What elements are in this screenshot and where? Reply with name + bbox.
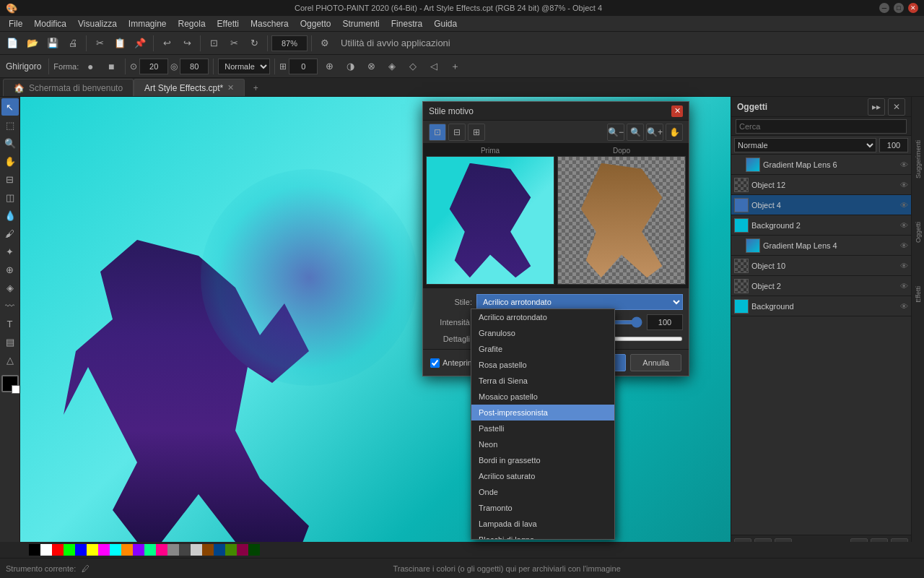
color-chip[interactable]	[87, 544, 98, 556]
settings-button[interactable]: ⚙	[315, 34, 334, 53]
dropdown-item[interactable]: Granuloso	[471, 325, 614, 341]
layer-row[interactable]: Background 2👁	[731, 215, 911, 236]
smear-button[interactable]: ⊕	[320, 57, 339, 76]
strip-suggestions[interactable]: Suggerimenti	[915, 140, 922, 178]
eyedropper-tool[interactable]: 💧	[1, 207, 19, 224]
visibility-icon[interactable]: 👁	[900, 302, 908, 311]
new-button[interactable]: 📄	[3, 34, 22, 53]
dropdown-item[interactable]: Pastelli	[471, 420, 614, 436]
pan-tool[interactable]: ✋	[1, 152, 19, 170]
color-chip[interactable]	[191, 544, 202, 556]
menu-item-file[interactable]: File	[3, 17, 28, 30]
maximize-button[interactable]: □	[894, 3, 904, 13]
shape-tool[interactable]: △	[1, 351, 19, 368]
dropdown-item[interactable]: Rosa pastello	[471, 357, 614, 373]
retouch-tool[interactable]: ◈	[1, 279, 19, 296]
dropdown-item[interactable]: Terra di Siena	[471, 373, 614, 389]
style-select[interactable]: Acrilico arrotondato	[476, 294, 683, 310]
zoom-fit-button[interactable]: 🔍	[627, 124, 644, 141]
layer-row[interactable]: Gradient Map Lens 6👁	[731, 155, 911, 175]
color-chip[interactable]	[225, 544, 237, 556]
color-chip[interactable]	[179, 544, 191, 556]
tab-close-icon[interactable]: ✕	[227, 83, 234, 92]
crop-button[interactable]: ✂	[225, 34, 243, 53]
layer-row[interactable]: Object 10👁	[731, 256, 911, 276]
brush-size2-input[interactable]: 80	[180, 59, 209, 74]
visibility-icon[interactable]: 👁	[900, 160, 908, 169]
strip-objects[interactable]: Oggetti	[915, 222, 922, 243]
undo-button[interactable]: ↩	[157, 34, 176, 53]
color-chip[interactable]	[121, 544, 133, 556]
menu-item-maschera[interactable]: Maschera	[245, 17, 295, 30]
layer-blend-select[interactable]: Normale	[734, 138, 876, 152]
menu-item-effetti[interactable]: Effetti	[212, 17, 245, 30]
color-chip[interactable]	[98, 544, 110, 556]
redo-button[interactable]: ↪	[178, 34, 196, 53]
tab-art-style[interactable]: Art Style Effects.cpt* ✕	[134, 79, 245, 96]
close-button[interactable]: ✕	[908, 3, 918, 13]
opacity-input[interactable]: 0	[289, 59, 318, 74]
intensity-number[interactable]: 100	[647, 314, 683, 330]
color-chip[interactable]	[75, 544, 87, 556]
tab-welcome[interactable]: 🏠 Schermata di benvenuto	[3, 79, 134, 96]
text-tool[interactable]: T	[1, 315, 19, 332]
brush-option4[interactable]: ◁	[424, 57, 443, 76]
color-chip[interactable]	[248, 544, 260, 556]
clone-tool[interactable]: ⊕	[1, 261, 19, 278]
menu-item-finestra[interactable]: Finestra	[385, 17, 428, 30]
shape-square-button[interactable]: ■	[102, 57, 121, 76]
print-button[interactable]: 🖨	[64, 34, 82, 53]
color-chip[interactable]	[237, 544, 248, 556]
select-tool[interactable]: ↖	[1, 98, 19, 116]
cancel-button[interactable]: Annulla	[630, 354, 681, 371]
visibility-icon[interactable]: 👁	[900, 221, 908, 230]
add-btn[interactable]: ＋	[445, 57, 464, 76]
menu-item-regola[interactable]: Regola	[173, 17, 212, 30]
dropdown-item[interactable]: Grafite	[471, 341, 614, 357]
dropdown-item[interactable]: Neon	[471, 436, 614, 452]
brush-option1[interactable]: ⊗	[362, 57, 380, 76]
paste-button[interactable]: 📌	[131, 34, 149, 53]
blend-mode-select[interactable]: Normale	[218, 59, 270, 74]
dropdown-item[interactable]: Tramonto	[471, 500, 614, 516]
panel-expand-button[interactable]: ▸▸	[868, 98, 885, 116]
dropdown-item[interactable]: Blocchi di legno	[471, 532, 614, 540]
copy-button[interactable]: 📋	[110, 34, 129, 53]
menu-item-modifica[interactable]: Modifica	[28, 17, 72, 30]
zoom-tool[interactable]: 🔍	[1, 134, 19, 152]
visibility-icon[interactable]: 👁	[900, 282, 908, 290]
zoom-out-button[interactable]: 🔍−	[607, 124, 624, 141]
rotate-button[interactable]: ↻	[245, 34, 263, 53]
view-mode-1-button[interactable]: ⊡	[429, 124, 446, 141]
tab-add-button[interactable]: +	[248, 80, 263, 96]
layer-opacity-input[interactable]: 100	[879, 138, 908, 152]
view-mode-2-button[interactable]: ⊟	[448, 124, 466, 141]
color-chip[interactable]	[156, 544, 167, 556]
brush-option2[interactable]: ◈	[383, 57, 401, 76]
zoom-input[interactable]: 87%	[271, 35, 308, 51]
open-button[interactable]: 📂	[23, 34, 42, 53]
visibility-icon[interactable]: 👁	[900, 262, 908, 270]
dropdown-item[interactable]: Mosaico pastello	[471, 389, 614, 405]
visibility-icon[interactable]: 👁	[900, 241, 908, 250]
view-mode-3-button[interactable]: ⊞	[468, 124, 485, 141]
menu-item-visualizza[interactable]: Visualizza	[72, 17, 123, 30]
color-chip[interactable]	[144, 544, 156, 556]
preview-checkbox[interactable]	[430, 358, 440, 368]
layer-row[interactable]: Object 2👁	[731, 276, 911, 296]
layer-row[interactable]: Background👁	[731, 296, 911, 316]
dropdown-item[interactable]: Bordi in grassetto	[471, 452, 614, 468]
dropdown-item[interactable]: Onde	[471, 484, 614, 500]
apps-label[interactable]: Utilità di avvio applicazioni	[336, 34, 456, 53]
dialog-close-button[interactable]: ✕	[671, 105, 683, 117]
layer-row[interactable]: Object 12👁	[731, 175, 911, 195]
menu-item-oggetto[interactable]: Oggetto	[295, 17, 337, 30]
dropdown-item[interactable]: Post-impressionista	[471, 405, 614, 420]
color-chip[interactable]	[64, 544, 75, 556]
crop-tool[interactable]: ⊟	[1, 171, 19, 188]
visibility-icon[interactable]: 👁	[900, 201, 908, 210]
smear-tool[interactable]: 〰	[1, 297, 19, 314]
search-input[interactable]	[736, 119, 907, 134]
color-chip[interactable]	[29, 544, 40, 556]
layer-row[interactable]: Object 4👁	[731, 195, 911, 215]
